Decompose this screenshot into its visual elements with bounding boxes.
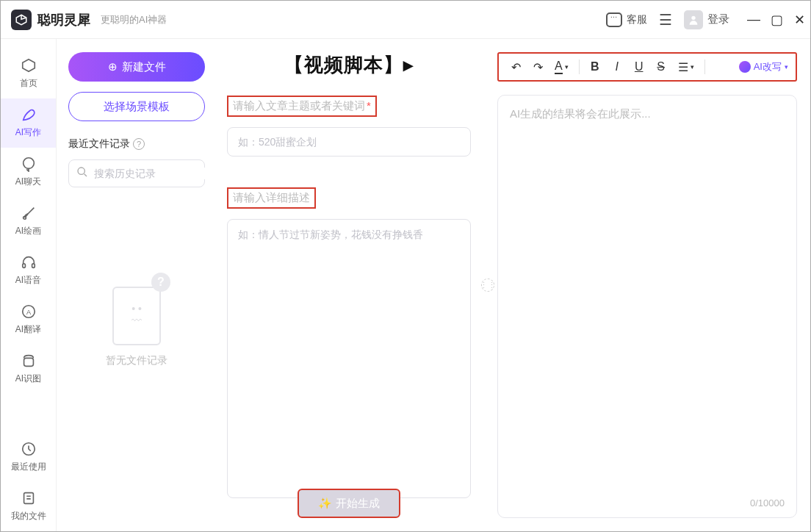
nav-ai-voice[interactable]: AI语音	[1, 246, 56, 295]
svg-rect-4	[32, 264, 35, 268]
help-icon[interactable]: ?	[133, 138, 145, 150]
search-input[interactable]	[94, 168, 223, 179]
choose-template-label: 选择场景模板	[104, 100, 170, 114]
svg-point-2	[23, 217, 26, 220]
ai-rewrite-button[interactable]: AI改写▾	[739, 60, 788, 73]
recent-files-heading: 最近文件记录 ?	[68, 137, 205, 151]
nav-label: AI语音	[15, 274, 41, 287]
app-name: 聪明灵犀	[37, 11, 90, 29]
font-color-button[interactable]: A▾	[550, 57, 573, 76]
new-file-button[interactable]: ⊕ 新建文件	[68, 52, 205, 82]
avatar-icon	[684, 10, 703, 29]
center-panel: 【视频脚本】▸ 请输入文章主题或者关键词* 请输入详细描述 ✨ 开始生成	[217, 39, 481, 531]
search-icon	[76, 166, 88, 181]
pen-icon	[20, 106, 37, 123]
headphone-icon	[20, 254, 37, 271]
generate-button[interactable]: ✨ 开始生成	[298, 489, 400, 518]
main: 首页 AI写作 AI聊天 AI绘画 AI语音 A AI翻译 AI识图	[1, 39, 810, 531]
logo-icon	[11, 10, 32, 30]
choose-template-button[interactable]: 选择场景模板	[68, 92, 205, 121]
svg-text:A: A	[26, 309, 31, 316]
nav-label: AI绘画	[15, 225, 41, 237]
login-button[interactable]: 登录	[684, 10, 729, 29]
kefu-label: 客服	[627, 13, 647, 26]
nav-label: AI识图	[15, 373, 41, 385]
underline-button[interactable]: U	[630, 57, 649, 76]
output-placeholder: AI生成的结果将会在此展示...	[510, 107, 785, 121]
nav-ai-translate[interactable]: A AI翻译	[1, 295, 56, 345]
app-logo: 聪明灵犀	[11, 10, 90, 30]
topic-input[interactable]	[227, 127, 471, 157]
nav-label: AI写作	[15, 126, 41, 139]
svg-rect-3	[22, 264, 25, 268]
italic-button[interactable]: I	[608, 57, 627, 76]
script-title-dropdown[interactable]: 【视频脚本】▸	[227, 52, 471, 78]
redo-button[interactable]: ↷	[528, 57, 547, 76]
undo-button[interactable]: ↶	[506, 57, 525, 76]
svg-rect-9	[24, 493, 33, 504]
align-button[interactable]: ☰▾	[674, 57, 699, 76]
right-panel: ↶ ↷ A▾ B I U S ☰▾ AI改写▾ AI生成的结果将会在此展示...…	[494, 39, 810, 531]
nav-label: 我的文件	[11, 510, 46, 522]
nav-ai-draw[interactable]: AI绘画	[1, 197, 56, 246]
nav-home[interactable]: 首页	[1, 49, 56, 98]
nav-label: AI翻译	[15, 323, 41, 336]
svg-point-0	[691, 15, 695, 19]
chat-icon	[606, 12, 622, 27]
nav-label: 首页	[20, 77, 37, 90]
strikethrough-button[interactable]: S	[652, 57, 671, 76]
empty-illustration: • •〰 ?	[107, 276, 166, 345]
minimize-button[interactable]: —	[741, 12, 753, 27]
sparkle-icon	[739, 61, 751, 73]
maximize-button[interactable]: ▢	[765, 12, 776, 28]
editor-toolbar: ↶ ↷ A▾ B I U S ☰▾ AI改写▾	[497, 52, 797, 82]
svg-point-10	[78, 168, 84, 174]
desc-textarea[interactable]	[227, 219, 471, 498]
empty-state: • •〰 ? 暂无文件记录	[68, 276, 205, 367]
brush-icon	[20, 204, 37, 222]
login-label: 登录	[707, 12, 729, 26]
nav-ai-writing[interactable]: AI写作	[1, 98, 56, 148]
svg-rect-7	[24, 358, 33, 366]
file-icon	[20, 489, 37, 507]
empty-text: 暂无文件记录	[106, 354, 167, 367]
hamburger-icon[interactable]: ☰	[659, 11, 672, 29]
divider-handle[interactable]: ⋮⋮	[481, 278, 494, 292]
nav-my-files[interactable]: 我的文件	[1, 482, 56, 531]
bold-button[interactable]: B	[585, 57, 605, 76]
svg-point-1	[23, 158, 34, 169]
kefu-button[interactable]: 客服	[606, 12, 647, 27]
topic-field-label: 请输入文章主题或者关键词*	[227, 96, 377, 117]
nav-recent[interactable]: 最近使用	[1, 433, 56, 482]
desc-field-label: 请输入详细描述	[227, 187, 316, 209]
app-subtitle: 更聪明的AI神器	[101, 13, 167, 26]
chat-bubble-icon	[20, 155, 37, 173]
hexagon-icon	[20, 57, 37, 74]
search-box[interactable]	[68, 159, 205, 187]
translate-icon: A	[20, 303, 37, 320]
new-file-label: 新建文件	[122, 60, 166, 74]
output-area[interactable]: AI生成的结果将会在此展示... 0/10000	[497, 95, 797, 518]
char-count: 0/10000	[750, 497, 785, 508]
nav-label: 最近使用	[11, 461, 46, 473]
close-button[interactable]: ✕	[788, 12, 800, 28]
nav-ai-image[interactable]: AI识图	[1, 345, 56, 394]
left-panel: ⊕ 新建文件 选择场景模板 最近文件记录 ? • •〰 ? 暂无文件记录	[57, 39, 217, 531]
nav-ai-chat[interactable]: AI聊天	[1, 148, 56, 197]
plus-icon: ⊕	[108, 60, 118, 73]
image-icon	[20, 352, 37, 370]
titlebar: 聪明灵犀 更聪明的AI神器 客服 ☰ 登录 — ▢ ✕	[1, 1, 810, 39]
panel-divider: ⋮⋮	[481, 39, 494, 531]
nav-label: AI聊天	[15, 176, 41, 188]
clock-icon	[20, 440, 37, 458]
sidebar: 首页 AI写作 AI聊天 AI绘画 AI语音 A AI翻译 AI识图	[1, 39, 57, 531]
titlebar-right: 客服 ☰ 登录 — ▢ ✕	[606, 10, 800, 29]
